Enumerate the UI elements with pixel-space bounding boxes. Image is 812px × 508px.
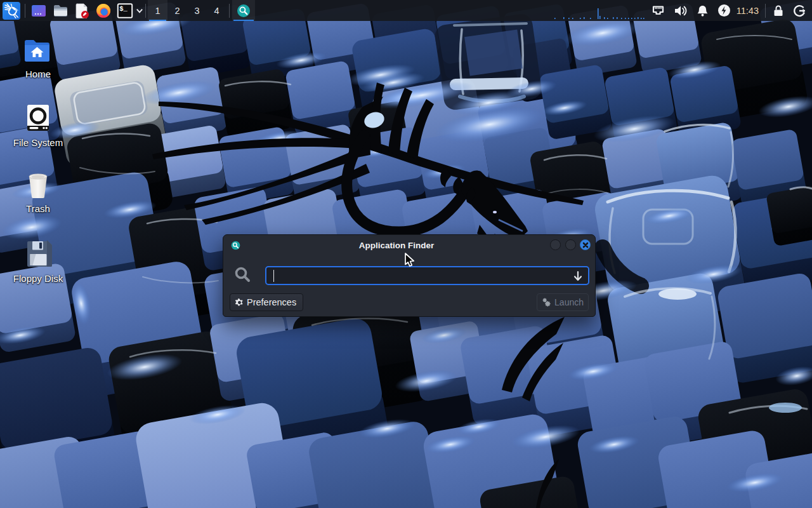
svg-text:$_: $_ — [119, 5, 128, 13]
